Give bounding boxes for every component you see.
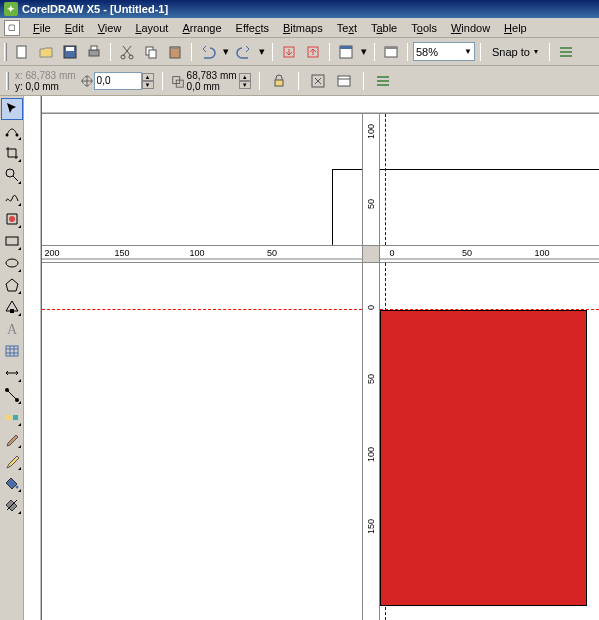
shape-tool[interactable]: [1, 120, 23, 142]
menu-help[interactable]: Help: [497, 20, 534, 36]
chevron-down-icon: ▼: [464, 47, 472, 56]
toolbar-grip[interactable]: [4, 43, 7, 61]
draw-complex-button[interactable]: [333, 70, 355, 92]
snap-to-dropdown[interactable]: Snap to ▾: [486, 44, 544, 60]
property-bar: x: 68,783 mm y: 0,0 mm ▲▼ 68,783 mm 0,0 …: [0, 66, 599, 96]
horizontal-ruler-bottom[interactable]: 200 150 100 50 0 50 100: [42, 245, 599, 263]
treat-as-filled-button[interactable]: [307, 70, 329, 92]
guide-vertical-top[interactable]: [385, 114, 386, 245]
svg-point-22: [6, 134, 9, 137]
menu-view[interactable]: View: [91, 20, 129, 36]
svg-rect-3: [89, 50, 99, 56]
fill-tool[interactable]: [1, 472, 23, 494]
svg-rect-34: [13, 415, 18, 420]
app-title: CorelDRAW X5 - [Untitled-1]: [22, 3, 168, 15]
menu-arrange[interactable]: Arrange: [175, 20, 228, 36]
paste-button[interactable]: [164, 41, 186, 63]
copy-button[interactable]: [140, 41, 162, 63]
vertical-ruler-left[interactable]: [24, 96, 42, 620]
zoom-value: 58%: [416, 46, 438, 58]
nudge-icon: [80, 74, 94, 88]
new-button[interactable]: [11, 41, 33, 63]
dup-spinner[interactable]: ▲▼: [239, 73, 251, 89]
options-button[interactable]: [555, 41, 577, 63]
svg-rect-2: [66, 47, 74, 51]
undo-dropdown[interactable]: ▾: [221, 41, 231, 63]
svg-rect-16: [385, 47, 397, 49]
menu-edit[interactable]: Edit: [58, 20, 91, 36]
menu-effects[interactable]: Effects: [229, 20, 276, 36]
standard-toolbar: ▾ ▾ ▾ 58% ▼ Snap to ▾: [0, 38, 599, 66]
redo-button[interactable]: [233, 41, 255, 63]
outline-tool[interactable]: [1, 450, 23, 472]
basic-shapes-tool[interactable]: [1, 296, 23, 318]
interactive-blend-tool[interactable]: [1, 406, 23, 428]
app-launcher[interactable]: [335, 41, 357, 63]
guide-horizontal-red-left[interactable]: [42, 309, 362, 310]
eyedropper-tool[interactable]: [1, 428, 23, 450]
polygon-tool[interactable]: [1, 274, 23, 296]
interactive-fill-tool[interactable]: [1, 494, 23, 516]
menu-text[interactable]: Text: [330, 20, 364, 36]
open-button[interactable]: [35, 41, 57, 63]
options-dropdown[interactable]: [372, 70, 394, 92]
export-button[interactable]: [302, 41, 324, 63]
welcome-button[interactable]: [380, 41, 402, 63]
crop-tool[interactable]: [1, 142, 23, 164]
save-button[interactable]: [59, 41, 81, 63]
toolbox: A: [0, 96, 24, 620]
horizontal-ruler-top[interactable]: [42, 96, 599, 114]
menu-tools[interactable]: Tools: [404, 20, 444, 36]
redo-dropdown[interactable]: ▾: [257, 41, 267, 63]
connector-tool[interactable]: [1, 384, 23, 406]
canvas-area: 200 150 100 50 0 50 100 100 50 0 50 100 …: [24, 96, 599, 620]
ruler-tick: 0: [366, 305, 376, 310]
svg-rect-14: [340, 46, 352, 49]
freehand-tool[interactable]: [1, 186, 23, 208]
chevron-down-icon: ▾: [534, 47, 538, 56]
x-value: 68,783 mm: [26, 70, 76, 81]
print-button[interactable]: [83, 41, 105, 63]
dup-width: 68,783 mm: [187, 70, 237, 81]
undo-button[interactable]: [197, 41, 219, 63]
rectangle-tool[interactable]: [1, 230, 23, 252]
ruler-origin-bottom[interactable]: [362, 245, 380, 263]
canvas-bottom-right-pane[interactable]: [380, 263, 599, 620]
text-tool[interactable]: A: [1, 318, 23, 340]
svg-point-25: [9, 216, 15, 222]
menu-table[interactable]: Table: [364, 20, 404, 36]
svg-rect-33: [6, 415, 11, 420]
menu-file[interactable]: File: [26, 20, 58, 36]
svg-rect-4: [91, 46, 97, 50]
document-sysmenu-icon[interactable]: ▢: [4, 20, 20, 36]
smart-fill-tool[interactable]: [1, 208, 23, 230]
menu-bar: ▢ File Edit View Layout Arrange Effects …: [0, 18, 599, 38]
menu-layout[interactable]: Layout: [128, 20, 175, 36]
menu-bitmaps[interactable]: Bitmaps: [276, 20, 330, 36]
table-tool[interactable]: [1, 340, 23, 362]
svg-rect-28: [10, 309, 14, 313]
pick-tool[interactable]: [1, 98, 23, 120]
dup-height: 0,0 mm: [187, 81, 237, 92]
duplicate-size-labels: 68,783 mm 0,0 mm: [187, 70, 237, 92]
canvas-bottom-left-pane[interactable]: [42, 263, 362, 620]
red-rectangle-shape[interactable]: [380, 310, 587, 606]
lock-button[interactable]: [268, 70, 290, 92]
zoom-tool[interactable]: [1, 164, 23, 186]
work-area: A 200 150 10: [0, 96, 599, 620]
propbar-grip[interactable]: [6, 72, 9, 90]
dimension-tool[interactable]: [1, 362, 23, 384]
app-logo-icon: ✦: [4, 2, 18, 16]
menu-window[interactable]: Window: [444, 20, 497, 36]
zoom-combo[interactable]: 58% ▼: [413, 42, 475, 61]
app-launcher-dropdown[interactable]: ▾: [359, 41, 369, 63]
cut-button[interactable]: [116, 41, 138, 63]
vertical-ruler-right[interactable]: 100 50 0 50 100 150: [362, 114, 380, 620]
nudge-input[interactable]: [94, 72, 142, 90]
nudge-spinner[interactable]: ▲▼: [142, 73, 154, 89]
svg-point-31: [5, 388, 9, 392]
canvas-top-pane[interactable]: [42, 114, 599, 245]
ellipse-tool[interactable]: [1, 252, 23, 274]
import-button[interactable]: [278, 41, 300, 63]
duplicate-distance-icon: [171, 67, 185, 95]
